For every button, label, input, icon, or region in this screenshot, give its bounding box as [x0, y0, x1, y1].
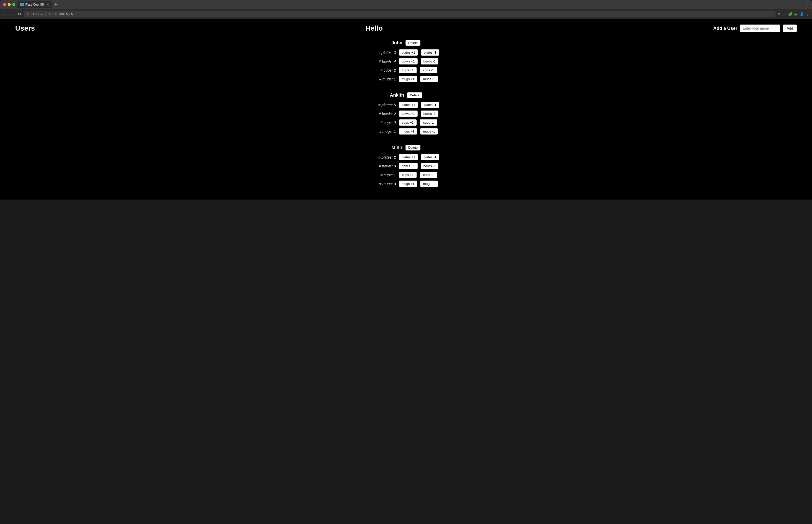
page-content: Users Hello Add a User Add JohnDelete# p… [0, 19, 812, 199]
add-user-button[interactable]: Add [783, 24, 797, 32]
minus-button-john-2[interactable]: cups -1 [420, 67, 437, 73]
minus-button-john-0[interactable]: plates -1 [421, 49, 439, 56]
item-row: # plates: 3plates +1plates -1 [368, 49, 444, 56]
user-section-ankith: AnkithDelete# plates: 6plates +1plates -… [368, 92, 444, 137]
profile-icon[interactable]: 👤 [800, 12, 804, 16]
close-button[interactable] [3, 3, 6, 6]
minus-button-ankith-0[interactable]: plates -1 [421, 102, 439, 108]
url-display: 35.3.118.88:65535 [48, 12, 73, 16]
extensions-icon[interactable]: 🧩 [788, 12, 792, 16]
item-row: # bowls: 4bowls +1bowls -1 [368, 58, 444, 65]
user-name-ankith: Ankith [390, 93, 404, 98]
item-row: # cups: 2cups +1cups -1 [368, 67, 444, 73]
delete-button-john[interactable]: Delete [405, 40, 421, 46]
users-heading: Users [15, 24, 35, 32]
address-bar-field[interactable]: ⚠ Not Secure | 35.3.118.88:65535 [24, 11, 776, 17]
item-row: # mugs: 1mugs +1mugs -1 [368, 128, 444, 134]
item-label: # cups: 1 [368, 173, 396, 177]
browser-window: 🌐 Plate Count!!! ✕ + ⌄ ← → ↻ ⚠ Not Secur… [0, 0, 812, 199]
item-row: # mugs: 1mugs +1mugs -1 [368, 76, 444, 82]
user-header-mihir: MihirDelete [368, 145, 444, 150]
plus-button-john-3[interactable]: mugs +1 [399, 76, 417, 82]
new-tab-button[interactable]: + [53, 2, 58, 7]
item-row: # cups: 2cups +1cups -1 [368, 119, 444, 126]
item-label: # mugs: 1 [368, 129, 396, 133]
menu-icon[interactable]: ⋮ [806, 12, 810, 16]
active-tab[interactable]: 🌐 Plate Count!!! ✕ [17, 1, 52, 8]
user-header-ankith: AnkithDelete [368, 92, 444, 98]
user-header-john: JohnDelete [368, 40, 444, 46]
plus-button-john-2[interactable]: cups +1 [399, 67, 417, 73]
user-name-john: John [392, 40, 402, 46]
minus-button-john-1[interactable]: bowls -1 [421, 58, 439, 65]
plus-button-mihir-1[interactable]: bowls +1 [399, 163, 418, 169]
maximize-button[interactable] [12, 3, 15, 6]
plus-button-ankith-2[interactable]: cups +1 [399, 119, 417, 126]
item-row: # plates: 2plates +1plates -1 [368, 154, 444, 160]
forward-button[interactable]: → [10, 12, 15, 16]
item-label: # plates: 3 [368, 50, 396, 55]
item-label: # mugs: 3 [368, 182, 396, 186]
item-label: # plates: 2 [368, 155, 396, 159]
minus-button-ankith-2[interactable]: cups -1 [420, 119, 437, 126]
item-label: # cups: 2 [368, 120, 396, 125]
browser-titlebar: 🌐 Plate Count!!! ✕ + ⌄ [0, 0, 812, 9]
item-label: # bowls: 4 [368, 59, 396, 64]
item-label: # bowls: 2 [368, 112, 396, 116]
name-input[interactable] [740, 24, 780, 32]
refresh-button[interactable]: ↻ [17, 12, 22, 16]
plus-button-john-1[interactable]: bowls +1 [399, 58, 418, 65]
minus-button-mihir-2[interactable]: cups -1 [420, 172, 437, 178]
item-row: # bowls: 3bowls +1bowls -1 [368, 163, 444, 169]
delete-button-mihir[interactable]: Delete [405, 145, 421, 150]
security-indicator: ⚠ Not Secure [26, 12, 44, 16]
minus-button-john-3[interactable]: mugs -1 [420, 76, 438, 82]
share-icon[interactable]: ⬆ [778, 12, 781, 16]
item-row: # cups: 1cups +1cups -1 [368, 172, 444, 178]
tab-favicon: 🌐 [20, 3, 24, 6]
back-button[interactable]: ← [2, 12, 7, 16]
plus-button-ankith-1[interactable]: bowls +1 [399, 111, 418, 117]
plus-button-john-0[interactable]: plates +1 [399, 49, 418, 56]
address-bar: ← → ↻ ⚠ Not Secure | 35.3.118.88:65535 ⬆… [0, 9, 812, 19]
toolbar-icons: ⬆ ☆ 🧩 ▣ 👤 ⋮ [778, 12, 810, 16]
plus-button-mihir-3[interactable]: mugs +1 [399, 181, 417, 187]
item-row: # plates: 6plates +1plates -1 [368, 102, 444, 108]
item-label: # cups: 2 [368, 68, 396, 72]
plus-button-ankith-0[interactable]: plates +1 [399, 102, 418, 108]
item-row: # bowls: 2bowls +1bowls -1 [368, 111, 444, 117]
add-user-section: Add a User Add [713, 24, 797, 32]
plus-button-mihir-2[interactable]: cups +1 [399, 172, 417, 178]
traffic-lights [3, 3, 15, 6]
minus-button-mihir-1[interactable]: bowls -1 [421, 163, 439, 169]
user-section-john: JohnDelete# plates: 3plates +1plates -1#… [368, 40, 444, 85]
plus-button-ankith-3[interactable]: mugs +1 [399, 128, 417, 134]
window-controls-right: ⌄ [807, 3, 809, 6]
tab-title: Plate Count!!! [25, 3, 44, 6]
add-user-label: Add a User [713, 26, 737, 31]
plus-button-mihir-0[interactable]: plates +1 [399, 154, 418, 160]
minus-button-mihir-3[interactable]: mugs -1 [420, 181, 438, 187]
tab-bar: 🌐 Plate Count!!! ✕ + [17, 1, 805, 8]
item-label: # mugs: 1 [368, 77, 396, 81]
minimize-button[interactable] [7, 3, 11, 6]
users-container: JohnDelete# plates: 3plates +1plates -1#… [10, 40, 802, 190]
delete-button-ankith[interactable]: Delete [407, 92, 422, 98]
user-section-mihir: MihirDelete# plates: 2plates +1plates -1… [368, 145, 444, 190]
minus-button-mihir-0[interactable]: plates -1 [421, 154, 439, 160]
item-label: # plates: 6 [368, 103, 396, 107]
item-row: # mugs: 3mugs +1mugs -1 [368, 181, 444, 187]
page-header: Users Hello Add a User Add [10, 24, 802, 32]
sidebar-icon[interactable]: ▣ [794, 12, 798, 16]
item-label: # bowls: 3 [368, 164, 396, 168]
user-name-mihir: Mihir [392, 145, 402, 150]
minus-button-ankith-1[interactable]: bowls -1 [421, 111, 439, 117]
minus-button-ankith-3[interactable]: mugs -1 [420, 128, 438, 134]
bookmark-icon[interactable]: ☆ [783, 12, 786, 16]
tab-close-icon[interactable]: ✕ [46, 2, 49, 6]
hello-heading: Hello [366, 24, 383, 32]
